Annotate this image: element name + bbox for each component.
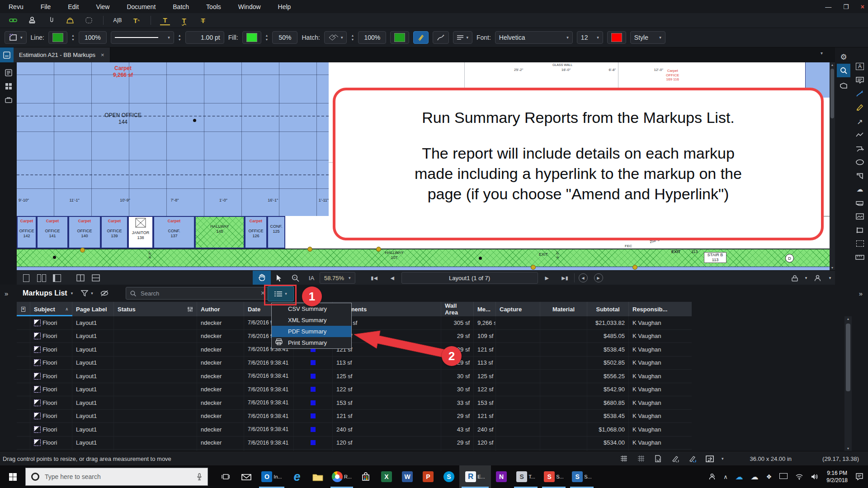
- row-expand-cell[interactable]: [17, 410, 30, 423]
- single-page-view-icon[interactable]: [19, 271, 34, 285]
- onedrive-icon[interactable]: ☁: [736, 472, 743, 482]
- line-color-swatch[interactable]: [48, 31, 67, 44]
- filter-icon[interactable]: [81, 290, 88, 296]
- room-office-142[interactable]: CarpetOFFICE 142: [17, 216, 37, 249]
- mail-app-icon[interactable]: [236, 465, 257, 488]
- image-tool-icon[interactable]: [853, 210, 867, 223]
- menu-item[interactable]: Tools: [198, 3, 230, 10]
- snap-grid-icon[interactable]: [636, 454, 646, 463]
- skype-app-icon[interactable]: S: [439, 465, 459, 488]
- tab-overflow-icon[interactable]: ▾: [821, 51, 823, 56]
- filter-dropdown-icon[interactable]: ▾: [91, 291, 93, 296]
- line-width-stepper[interactable]: ▲▼: [178, 34, 181, 41]
- fill-opacity-stepper[interactable]: ▲▼: [265, 34, 269, 41]
- chrome-app-icon[interactable]: R...: [328, 465, 355, 488]
- hatch-pattern-select[interactable]: ▾: [324, 31, 347, 44]
- shape-style-button[interactable]: ▾: [5, 31, 27, 44]
- powerpoint-app-icon[interactable]: P: [418, 465, 439, 488]
- sync-views-icon[interactable]: [704, 454, 715, 463]
- hatch-opacity-value[interactable]: 100%: [358, 31, 386, 44]
- page-sync-icon[interactable]: [653, 454, 664, 463]
- revu-app-icon[interactable]: RE...: [459, 465, 491, 488]
- table-row[interactable]: Floori Layout1 ndecker 7/6/2016 9:38:41 …: [17, 383, 692, 397]
- scroll-down-icon[interactable]: ▼: [844, 447, 852, 450]
- task-view-icon[interactable]: [215, 465, 236, 488]
- column-header-page-label[interactable]: Page Label: [72, 302, 114, 316]
- settings-gear-icon[interactable]: ⚙: [837, 50, 850, 64]
- split-vertical-icon[interactable]: [73, 271, 88, 285]
- file-explorer-icon[interactable]: [307, 465, 328, 488]
- room-office-140[interactable]: CarpetOFFICE 140: [68, 216, 101, 249]
- pan-tool-icon[interactable]: [253, 271, 271, 285]
- display-icon[interactable]: [779, 473, 788, 481]
- select-tool-icon[interactable]: [271, 271, 287, 285]
- outlook-app-icon[interactable]: OIn...: [257, 465, 287, 488]
- strikethrough-icon[interactable]: T: [198, 16, 208, 25]
- file-access-panel-icon[interactable]: [0, 47, 14, 62]
- scroll-up-icon[interactable]: ▲: [844, 317, 852, 320]
- room-conf-125[interactable]: CONF. 125: [267, 216, 285, 249]
- edge-app-icon[interactable]: e: [287, 465, 307, 488]
- bookmarks-panel-icon[interactable]: [0, 66, 17, 80]
- pen-tool-icon[interactable]: [853, 87, 867, 100]
- word-app-icon[interactable]: W: [397, 465, 418, 488]
- column-header-subject[interactable]: Subject∧: [30, 302, 72, 316]
- line-width-value[interactable]: 1.00 pt: [185, 31, 224, 44]
- ellipse-tool-icon[interactable]: [853, 156, 867, 169]
- row-expand-cell[interactable]: [17, 383, 30, 396]
- sketchup-app-icon[interactable]: ST...: [512, 465, 540, 488]
- column-header-status[interactable]: Status: [114, 302, 197, 316]
- column-header-responsible[interactable]: Responsib...: [629, 302, 692, 316]
- room-hallway-145[interactable]: HALLWAY 145: [195, 216, 245, 249]
- user-icon[interactable]: [810, 271, 825, 285]
- polygon-tool-icon[interactable]: [853, 169, 867, 182]
- scrollbar-thumb[interactable]: [846, 324, 850, 391]
- room-office-126[interactable]: CarpetOFFICE 126: [245, 216, 267, 249]
- search-panel-icon[interactable]: [837, 64, 850, 77]
- squiggly-underline-icon[interactable]: T: [179, 16, 189, 25]
- collapse-panel-icon[interactable]: »: [5, 290, 8, 297]
- wifi-icon[interactable]: [795, 474, 803, 480]
- line-style-select[interactable]: ▾: [111, 31, 174, 44]
- expand-panel-icon[interactable]: »: [859, 290, 863, 297]
- zoom-tool-icon[interactable]: +: [287, 271, 303, 285]
- highlighter-tool-icon[interactable]: [853, 101, 867, 113]
- polyline-tool-icon[interactable]: [853, 129, 867, 141]
- lock-icon[interactable]: [787, 271, 802, 285]
- measure-tool-icon[interactable]: [853, 251, 867, 263]
- table-row[interactable]: Floori Layout1 ndecker 7/6/2016 9:38:41 …: [17, 423, 692, 436]
- line-opacity-value[interactable]: 100%: [79, 31, 107, 44]
- markups-search-box[interactable]: ×: [126, 287, 269, 300]
- note-tool-icon[interactable]: [853, 74, 867, 86]
- action-center-icon[interactable]: [855, 473, 863, 480]
- multi-page-view-icon[interactable]: [49, 271, 65, 285]
- column-header-capture[interactable]: Capture: [496, 302, 540, 316]
- menu-item[interactable]: Edit: [59, 3, 87, 10]
- weight-measure-icon[interactable]: [65, 16, 75, 25]
- sync-dropdown-icon[interactable]: ▾: [722, 456, 724, 461]
- close-button[interactable]: ×: [861, 3, 864, 10]
- user-dropdown-icon[interactable]: ▾: [825, 271, 835, 285]
- scroll-up-icon[interactable]: ▲: [830, 63, 835, 66]
- thumbnails-panel-icon[interactable]: [0, 80, 17, 93]
- room-office-139[interactable]: CarpetOFFICE 139: [101, 216, 128, 249]
- spline-button[interactable]: +: [433, 31, 449, 44]
- control-point[interactable]: [531, 265, 536, 270]
- lasso-icon[interactable]: [84, 16, 94, 25]
- underline-icon[interactable]: T: [160, 15, 170, 25]
- menu-item[interactable]: File: [32, 3, 60, 10]
- tray-expand-icon[interactable]: ∧: [723, 474, 728, 480]
- taskbar-search[interactable]: [25, 468, 208, 486]
- column-header-measurement[interactable]: Me...: [474, 302, 496, 316]
- row-expand-cell[interactable]: [17, 343, 30, 356]
- canvas-vertical-scrollbar[interactable]: ▲ ▼: [830, 62, 835, 270]
- previous-view-icon[interactable]: ◀: [575, 271, 592, 285]
- attachment-icon[interactable]: [46, 16, 56, 25]
- paragraph-align-select[interactable]: ▾: [453, 31, 472, 44]
- text-insert-icon[interactable]: T˄: [132, 16, 142, 25]
- table-row[interactable]: Floori Layout1 ndecker 7/6/2016 9:38:41 …: [17, 436, 692, 450]
- highlight-pen-button[interactable]: [413, 31, 429, 44]
- snapshot-tool-icon[interactable]: [853, 237, 867, 250]
- volume-icon[interactable]: [811, 474, 819, 480]
- excel-app-icon[interactable]: X: [376, 465, 397, 488]
